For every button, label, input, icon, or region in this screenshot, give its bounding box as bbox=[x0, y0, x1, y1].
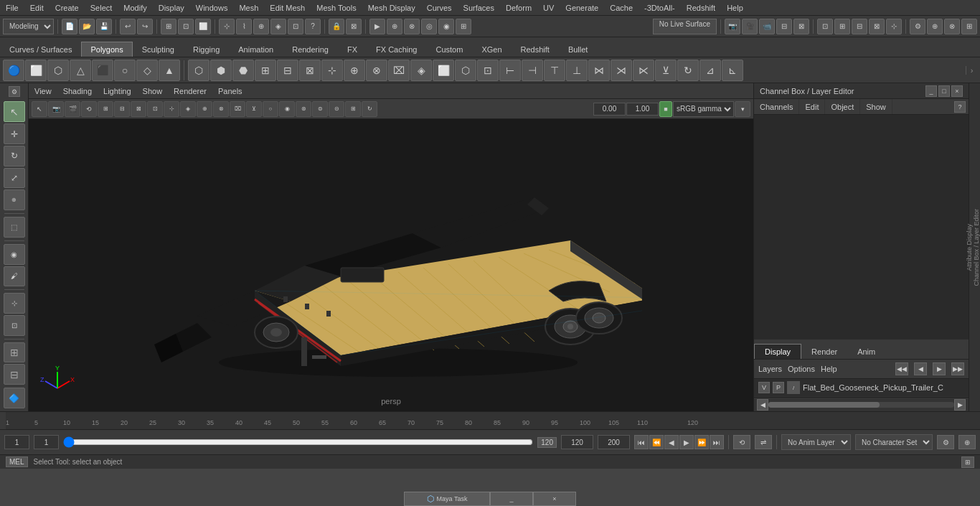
shelf-ext10[interactable]: ⌧ bbox=[388, 60, 410, 81]
shelf-ext9[interactable]: ⊗ bbox=[366, 60, 387, 81]
vp-icon-c[interactable]: ⊠ bbox=[131, 101, 146, 117]
vp-icon-n[interactable]: ⊜ bbox=[312, 101, 328, 117]
loop-btn[interactable]: ⟲ bbox=[733, 435, 750, 449]
shelf-torus[interactable]: ○ bbox=[114, 60, 136, 81]
shelf-ext7[interactable]: ⊹ bbox=[321, 60, 343, 81]
select-tool-btn[interactable]: ↖ bbox=[4, 101, 25, 122]
show-hide-btn[interactable]: ⊡ bbox=[4, 315, 25, 336]
settings-icon[interactable]: ⚙ bbox=[910, 19, 925, 34]
shelf-ext5[interactable]: ⊟ bbox=[277, 60, 298, 81]
tab-polygons[interactable]: Polygons bbox=[81, 42, 132, 57]
viewport-menu-renderer[interactable]: Renderer bbox=[168, 85, 212, 97]
menu-3dtoall[interactable]: -3DtoAll- bbox=[639, 2, 681, 14]
soft-select-btn[interactable]: ◉ bbox=[4, 244, 25, 265]
script-editor-icon[interactable]: ⊞ bbox=[961, 456, 974, 468]
vp-camera-icon[interactable]: 📷 bbox=[48, 101, 64, 117]
tab-fx[interactable]: FX bbox=[338, 42, 367, 57]
snap-surface-icon[interactable]: ◈ bbox=[270, 19, 286, 34]
workspace3-icon[interactable]: ⊟ bbox=[852, 19, 867, 34]
viewport-menu-panels[interactable]: Panels bbox=[212, 85, 248, 97]
tab-rigging[interactable]: Rigging bbox=[184, 42, 229, 57]
save-file-icon[interactable]: 💾 bbox=[96, 19, 112, 34]
shelf-ext21[interactable]: ⋉ bbox=[633, 60, 654, 81]
vp-icon-m[interactable]: ⊛ bbox=[296, 101, 311, 117]
undo-icon[interactable]: ↩ bbox=[120, 19, 136, 34]
marquee-select-btn[interactable]: ⬚ bbox=[4, 217, 25, 238]
shelf-prism[interactable]: ◇ bbox=[136, 60, 158, 81]
camera5-icon[interactable]: ⊠ bbox=[793, 19, 809, 34]
gamma-expand-icon[interactable]: ▾ bbox=[735, 101, 750, 117]
ping-pong-btn[interactable]: ⇌ bbox=[755, 435, 772, 449]
camera-icon[interactable]: 📷 bbox=[725, 19, 740, 34]
channel-tab-object[interactable]: Object bbox=[825, 99, 860, 114]
right-tab-render[interactable]: Render bbox=[801, 345, 847, 359]
play-back-btn[interactable]: ◀ bbox=[664, 435, 679, 449]
layer-prev-icon[interactable]: ◀ bbox=[914, 362, 927, 375]
settings2-icon[interactable]: ⊕ bbox=[927, 19, 943, 34]
go-end-btn[interactable]: ⏭ bbox=[710, 435, 724, 449]
shelf-cube[interactable]: ⬜ bbox=[25, 60, 47, 81]
workspace2-icon[interactable]: ⊞ bbox=[834, 19, 850, 34]
menu-modify[interactable]: Modify bbox=[118, 2, 152, 14]
live-surface-button[interactable]: No Live Surface bbox=[653, 19, 717, 34]
anim-layer-dropdown[interactable]: No Anim Layer bbox=[781, 434, 851, 450]
vp-icon-q[interactable]: ↻ bbox=[362, 101, 377, 117]
tab-sculpting[interactable]: Sculpting bbox=[133, 42, 184, 57]
menu-display[interactable]: Display bbox=[153, 2, 190, 14]
tab-curves-surfaces[interactable]: Curves / Surfaces bbox=[0, 42, 81, 57]
tab-fx-caching[interactable]: FX Caching bbox=[367, 42, 426, 57]
render-icon[interactable]: ▶ bbox=[369, 19, 385, 34]
layer-next-icon[interactable]: ▶ bbox=[933, 362, 946, 375]
shelf-sphere[interactable]: 🔵 bbox=[3, 60, 24, 81]
channel-icon[interactable]: ⊠ bbox=[346, 19, 362, 34]
vp-icon-l[interactable]: ◉ bbox=[279, 101, 295, 117]
mel-badge[interactable]: MEL bbox=[6, 456, 28, 467]
vp-film-icon[interactable]: 🎬 bbox=[65, 101, 80, 117]
shelf-ext8[interactable]: ⊕ bbox=[344, 60, 365, 81]
render6-icon[interactable]: ⊞ bbox=[456, 19, 471, 34]
gear-settings-icon[interactable]: ⚙ bbox=[9, 86, 20, 97]
menu-edit[interactable]: Edit bbox=[24, 2, 50, 14]
render4-icon[interactable]: ◎ bbox=[421, 19, 437, 34]
lock-icon[interactable]: 🔒 bbox=[329, 19, 344, 34]
shelf-ext14[interactable]: ⊡ bbox=[477, 60, 499, 81]
rotate-tool-btn[interactable]: ↻ bbox=[4, 146, 25, 167]
layer-type-icon[interactable]: / bbox=[787, 381, 800, 394]
tab-bullet[interactable]: Bullet bbox=[559, 42, 598, 57]
vp-icon-p[interactable]: ⊞ bbox=[345, 101, 361, 117]
char-set-dropdown[interactable]: No Character Set bbox=[855, 434, 933, 450]
menu-generate[interactable]: Generate bbox=[560, 2, 604, 14]
snap-point-icon[interactable]: ⊕ bbox=[253, 19, 269, 34]
gamma-scale-input[interactable] bbox=[626, 103, 659, 116]
multi-tool-btn[interactable]: ⊕ bbox=[4, 189, 25, 210]
right-tab-anim[interactable]: Anim bbox=[847, 345, 885, 359]
menu-uv[interactable]: UV bbox=[537, 2, 560, 14]
shelf-ext24[interactable]: ⊿ bbox=[699, 60, 721, 81]
camera4-icon[interactable]: ⊟ bbox=[776, 19, 792, 34]
vp-icon-g[interactable]: ⊕ bbox=[197, 101, 212, 117]
menu-mesh-tools[interactable]: Mesh Tools bbox=[311, 2, 362, 14]
viewport-menu-shading[interactable]: Shading bbox=[57, 85, 98, 97]
scrollbar-track[interactable] bbox=[768, 402, 954, 408]
range-max-input[interactable] bbox=[598, 435, 630, 449]
add-btn[interactable]: ⊞ bbox=[4, 342, 25, 363]
shelf-ext1[interactable]: ⬡ bbox=[188, 60, 209, 81]
sub-tab-options[interactable]: Options bbox=[788, 365, 815, 373]
shelf-cone[interactable]: △ bbox=[70, 60, 91, 81]
snap-grid-icon[interactable]: ⊹ bbox=[219, 19, 235, 34]
viewport-canvas[interactable]: X Y Z persp bbox=[29, 119, 753, 411]
snap-view-icon[interactable]: ⊡ bbox=[288, 19, 303, 34]
lasso-icon[interactable]: ⊡ bbox=[178, 19, 194, 34]
shelf-ext18[interactable]: ⊥ bbox=[566, 60, 588, 81]
channel-help-icon[interactable]: ? bbox=[954, 101, 966, 113]
scroll-right-btn[interactable]: ▶ bbox=[954, 399, 966, 411]
camera3-icon[interactable]: 📹 bbox=[759, 19, 775, 34]
frame-number-input[interactable] bbox=[4, 435, 29, 449]
menu-mesh[interactable]: Mesh bbox=[233, 2, 264, 14]
vp-icon-j[interactable]: ⊻ bbox=[246, 101, 262, 117]
layer-prev2-icon[interactable]: ◀◀ bbox=[895, 362, 908, 375]
menu-windows[interactable]: Windows bbox=[190, 2, 234, 14]
panel-minimize-btn[interactable]: _ bbox=[925, 85, 937, 97]
menu-redshift[interactable]: Redshift bbox=[681, 2, 721, 14]
menu-edit-mesh[interactable]: Edit Mesh bbox=[264, 2, 311, 14]
